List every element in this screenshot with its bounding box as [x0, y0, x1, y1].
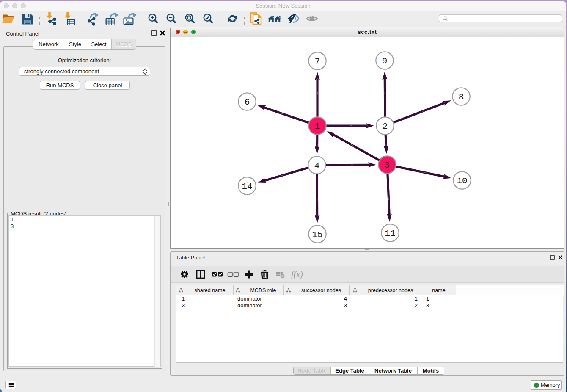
svg-text:1: 1	[182, 295, 185, 302]
svg-text:f(x): f(x)	[291, 270, 303, 279]
svg-text:dominator: dominator	[237, 302, 262, 309]
svg-text:15: 15	[312, 230, 322, 240]
svg-text:shared name: shared name	[195, 287, 226, 293]
svg-text:2: 2	[383, 121, 388, 131]
svg-text:3: 3	[182, 302, 185, 309]
svg-text:MCDS role: MCDS role	[250, 287, 276, 293]
svg-text:name: name	[432, 287, 445, 293]
svg-text:1: 1	[415, 295, 418, 302]
svg-text:3: 3	[344, 302, 347, 309]
svg-text:4: 4	[344, 295, 347, 302]
svg-text:9: 9	[382, 56, 388, 66]
svg-text:7: 7	[315, 57, 320, 66]
svg-text:successor nodes: successor nodes	[301, 287, 341, 293]
svg-text:14: 14	[242, 182, 252, 191]
svg-text:3: 3	[426, 302, 429, 309]
svg-text:1: 1	[426, 295, 429, 302]
svg-text:dominator: dominator	[237, 295, 262, 302]
svg-text:4: 4	[314, 161, 320, 171]
svg-text:11: 11	[385, 229, 395, 238]
svg-text:8: 8	[459, 92, 464, 102]
svg-text:predecessor nodes: predecessor nodes	[368, 287, 413, 293]
svg-text:1: 1	[315, 121, 320, 131]
svg-text:6: 6	[245, 97, 250, 107]
svg-text:2: 2	[415, 302, 418, 309]
svg-text:10: 10	[457, 176, 467, 186]
svg-text:3: 3	[385, 160, 390, 170]
